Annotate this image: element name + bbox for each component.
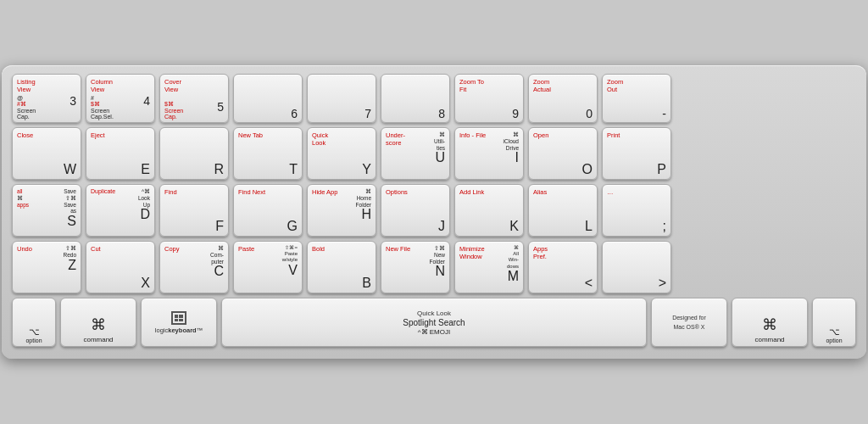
key-option-left[interactable]: ⌥ option <box>12 298 56 347</box>
key-zoom-fit[interactable]: Zoom ToFit 9 <box>454 74 524 123</box>
row-asdf: all⌘apps Save⇧⌘Saveas S Duplicate ^⌘Look… <box>12 184 856 237</box>
key-7[interactable]: 7 <box>307 74 376 123</box>
key-n-new-file[interactable]: New File ⇧⌘NewFolder N <box>381 241 450 293</box>
key-j-options[interactable]: Options J <box>381 184 450 237</box>
key-column-view[interactable]: ColumnView #$⌘ScreenCap.Sel. 4 <box>86 74 155 123</box>
key-designed-for: Designed forMac OS® X <box>651 298 727 347</box>
key-s-save[interactable]: all⌘apps Save⇧⌘Saveas S <box>12 184 81 237</box>
key-semicolon[interactable]: … ; <box>602 184 671 237</box>
key-option-right[interactable]: ⌥ option <box>812 298 856 347</box>
key-w[interactable]: Close W <box>12 127 81 180</box>
key-o[interactable]: Open O <box>528 127 598 180</box>
logo-icon <box>171 311 186 325</box>
key-zoom-actual[interactable]: ZoomActual 0 <box>528 74 598 123</box>
row-numbers: ListingView @#⌘ScreenCap. 3 ColumnView #… <box>12 74 856 123</box>
key-x-cut[interactable]: Cut X <box>86 241 155 293</box>
key-d-duplicate[interactable]: Duplicate ^⌘LookUp D <box>86 184 155 237</box>
key-k-add-link[interactable]: Add Link K <box>454 184 524 237</box>
key-zoom-out[interactable]: ZoomOut - <box>602 74 671 123</box>
key-cover-view[interactable]: CoverView $⌘ScreenCap. 5 <box>159 74 229 123</box>
key-h-hide-app[interactable]: Hide App ⌘HomeFolder H <box>307 184 376 237</box>
key-l-alias[interactable]: Alias L <box>528 184 598 237</box>
key-m-minimize[interactable]: MinimizeWindow ⌘AllWin-dows M <box>454 241 524 293</box>
key-spacebar[interactable]: Quick Look Spotlight Search ^⌘ EMOJI <box>221 298 647 347</box>
key-f-find[interactable]: Find F <box>159 184 229 237</box>
key-command-left[interactable]: ⌘ command <box>60 298 136 347</box>
key-command-right[interactable]: ⌘ command <box>732 298 808 347</box>
key-8[interactable]: 8 <box>381 74 450 123</box>
key-r[interactable]: R <box>159 127 229 180</box>
row-qwerty: Close W Eject E R New Tab T QuickLook <box>12 127 856 180</box>
key-6[interactable]: 6 <box>233 74 303 123</box>
keyboard: ListingView @#⌘ScreenCap. 3 ColumnView #… <box>2 65 866 359</box>
key-e[interactable]: Eject E <box>86 127 155 180</box>
key-listing-view[interactable]: ListingView @#⌘ScreenCap. 3 <box>12 74 81 123</box>
key-z-undo[interactable]: Undo ⇧⌘Redo Z <box>12 241 81 293</box>
key-gt[interactable]: > <box>602 241 671 293</box>
key-b-bold[interactable]: Bold B <box>307 241 376 293</box>
key-p[interactable]: Print P <box>602 127 671 180</box>
row-space: ⌥ option ⌘ command logickeyboard™ <box>12 298 856 347</box>
key-g-find-next[interactable]: Find Next G <box>233 184 303 237</box>
key-c-copy[interactable]: Copy ⌘Com-puter C <box>159 241 229 293</box>
key-y-quick-look[interactable]: QuickLook Y <box>307 127 376 180</box>
key-i-info-file[interactable]: Info - File ⌘iCloudDrive I <box>454 127 524 180</box>
key-logo[interactable]: logickeyboard™ <box>141 298 217 347</box>
key-u[interactable]: Under-score ⌘Utili-ties U <box>381 127 450 180</box>
key-t[interactable]: New Tab T <box>233 127 303 180</box>
row-zxcv: Undo ⇧⌘Redo Z Cut X Copy ⌘Com-puter C <box>12 241 856 293</box>
key-v-paste[interactable]: Paste ⇧⌘=Pastew/style V <box>233 241 303 293</box>
key-lt-apps-pref[interactable]: AppsPref. < <box>528 241 598 293</box>
